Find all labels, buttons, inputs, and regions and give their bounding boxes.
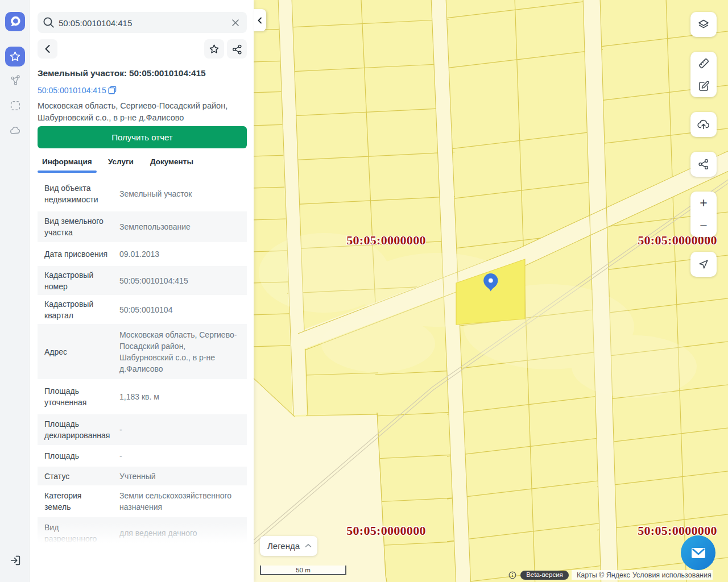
svg-text:50:05:0000000: 50:05:0000000 (638, 523, 717, 538)
svg-text:50:05:0000000: 50:05:0000000 (346, 523, 426, 538)
svg-text:50:05:0000000: 50:05:0000000 (346, 233, 426, 247)
